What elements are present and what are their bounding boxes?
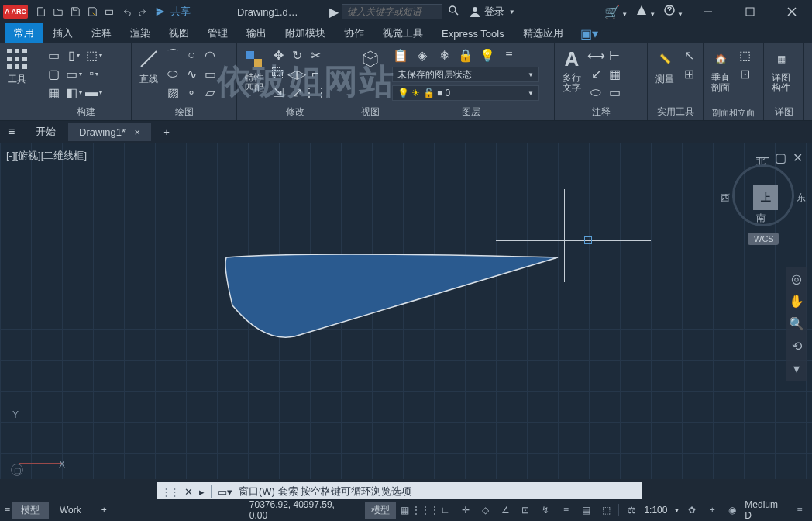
login-button[interactable]: 登录 ▼ <box>469 5 515 19</box>
hatch-icon[interactable]: ▨ <box>164 84 181 101</box>
polyline-icon[interactable]: ⌒ <box>164 47 181 64</box>
wcs-badge[interactable]: WCS <box>748 233 779 245</box>
workspace-icon[interactable]: + <box>704 502 720 518</box>
dim-icon[interactable]: ⊢ <box>606 47 623 64</box>
viewcube-top-face[interactable]: 上 <box>753 185 778 210</box>
leader-icon[interactable]: ↙ <box>587 65 604 82</box>
point-icon[interactable]: ∘ <box>183 84 200 101</box>
ribbon-tab-visual[interactable]: 视觉工具 <box>373 23 432 43</box>
tpy-toggle-icon[interactable]: ▤ <box>578 502 594 518</box>
dyn-toggle-icon[interactable]: ↯ <box>538 502 553 518</box>
status-menu-icon[interactable]: ≡ <box>5 505 10 516</box>
line-button[interactable]: 直线 <box>136 47 161 86</box>
view-button[interactable] <box>358 47 383 71</box>
stretch-icon[interactable]: ⇲ <box>270 84 287 101</box>
copy-icon[interactable]: ⿻ <box>270 65 287 82</box>
osnap-toggle-icon[interactable]: ∠ <box>497 502 513 518</box>
doc-menu-icon[interactable]: ≡ <box>8 125 23 139</box>
iso-toggle-icon[interactable]: ◇ <box>478 502 494 518</box>
select-icon[interactable]: ↖ <box>680 47 697 64</box>
doc-tab-new[interactable]: + <box>153 123 181 141</box>
section2-icon[interactable]: ⊡ <box>736 65 753 82</box>
ribbon-tab-addins[interactable]: 附加模块 <box>276 23 335 43</box>
viewcube[interactable]: 北 西 上 东 南 WCS <box>728 158 798 243</box>
close-button[interactable] <box>775 1 809 22</box>
qat-undo-icon[interactable] <box>118 3 135 20</box>
ann-mon-icon[interactable]: ◉ <box>724 502 740 518</box>
spline-icon[interactable]: ∿ <box>183 65 200 82</box>
circle-icon[interactable]: ○ <box>183 47 200 64</box>
polar-toggle-icon[interactable]: ✛ <box>458 502 473 518</box>
cmd-grip-icon[interactable]: ⋮⋮ <box>161 486 178 498</box>
ribbon-tab-collab[interactable]: 协作 <box>335 23 373 43</box>
window-icon[interactable]: ▭▾ <box>65 65 82 82</box>
table-icon[interactable]: ▦ <box>606 65 623 82</box>
roof-icon[interactable]: ◧▾ <box>65 84 82 101</box>
qat-plot-icon[interactable] <box>101 3 118 20</box>
region-icon[interactable]: ▱ <box>201 84 218 101</box>
minimize-button[interactable] <box>691 1 725 22</box>
section-button[interactable]: 🏠垂直 剖面 <box>708 47 733 93</box>
layer-iso-icon[interactable]: ◈ <box>414 47 431 64</box>
layer-freeze-icon[interactable]: ❄ <box>435 47 452 64</box>
array-icon[interactable]: ⋮⋮ <box>307 84 324 101</box>
ribbon-tab-insert[interactable]: 插入 <box>43 23 82 43</box>
scale-icon[interactable]: ⚖ <box>624 502 639 518</box>
ribbon-tab-featured[interactable]: 精选应用 <box>514 23 573 43</box>
command-line[interactable]: ⋮⋮ ✕ ▸ ▭▾ 窗口(W) 套索 按空格键可循环浏览选项 <box>157 482 642 501</box>
nav-more-icon[interactable]: ▾ <box>793 361 800 376</box>
ribbon-more-icon[interactable]: ▣▾ <box>580 26 598 41</box>
nav-pan-icon[interactable]: ✋ <box>789 294 804 309</box>
status-model-space[interactable]: 模型 <box>365 502 396 519</box>
ribbon-tab-render[interactable]: 渲染 <box>121 23 160 43</box>
visual-style-dd[interactable]: Medium D <box>745 499 787 521</box>
mtext-button[interactable]: A多行 文字 <box>559 47 584 93</box>
ribbon-tab-annotate[interactable]: 注释 <box>82 23 121 43</box>
ribbon-tab-express[interactable]: Express Tools <box>432 25 514 43</box>
snap-toggle-icon[interactable]: ⋮⋮⋮ <box>418 502 433 518</box>
trim-icon[interactable]: ✂ <box>307 47 324 64</box>
cmd-recent-icon[interactable]: ▭▾ <box>218 486 232 498</box>
layer-prop-icon[interactable]: 📋 <box>392 47 409 64</box>
doc-tab-start[interactable]: 开始 <box>25 122 67 142</box>
nav-orbit-icon[interactable]: ⟲ <box>792 339 802 354</box>
search-icon[interactable] <box>447 4 459 19</box>
dim-linear-icon[interactable]: ⟷ <box>587 47 604 64</box>
customize-status-icon[interactable]: ≡ <box>792 502 807 518</box>
qat-saveas-icon[interactable] <box>84 3 101 20</box>
tab-work[interactable]: Work <box>50 502 91 518</box>
cmd-customize-icon[interactable]: ▸ <box>199 486 205 498</box>
autodesk-icon[interactable]: ▼ <box>635 4 655 19</box>
layer-off-icon[interactable]: 💡 <box>479 47 496 64</box>
share-icon[interactable] <box>152 3 169 20</box>
wall-icon[interactable]: ▭ <box>45 47 62 64</box>
ellipse-icon[interactable]: ⬭ <box>164 65 181 82</box>
tools-palette-button[interactable]: 工具 <box>5 47 29 86</box>
otrack-toggle-icon[interactable]: ⊡ <box>518 502 533 518</box>
ribbon-tab-view[interactable]: 视图 <box>160 23 198 43</box>
box-icon[interactable]: ▢ <box>45 65 62 82</box>
viewport-label[interactable]: [-][俯视][二维线框] <box>6 149 87 163</box>
move-icon[interactable]: ✥ <box>270 47 287 64</box>
elev-icon[interactable]: ⬚ <box>736 47 753 64</box>
cart-icon[interactable]: 🛒▼ <box>604 5 628 19</box>
grid-icon[interactable]: ▦ <box>45 84 62 101</box>
layer-lock-icon[interactable]: 🔒 <box>457 47 474 64</box>
qp-toggle-icon[interactable]: ⬚ <box>598 502 614 518</box>
ribbon-tab-home[interactable]: 常用 <box>5 23 43 43</box>
measure-button[interactable]: 📏测量 <box>652 47 677 86</box>
grid-toggle-icon[interactable]: ▦ <box>397 502 413 518</box>
annotation-scale[interactable]: 1:100 <box>644 505 667 516</box>
mirror-icon[interactable]: ◁▷ <box>288 65 305 82</box>
help-icon[interactable]: ▼ <box>663 4 683 19</box>
rect-icon[interactable]: ▭ <box>201 65 218 82</box>
search-play-icon[interactable]: ▶ <box>329 5 339 19</box>
rotate-icon[interactable]: ↻ <box>288 47 305 64</box>
arc-icon[interactable]: ◠ <box>201 47 218 64</box>
fillet-icon[interactable]: ⌐ <box>307 65 324 82</box>
detail-button[interactable]: ▦详图 构件 <box>769 47 793 93</box>
cmd-close-icon[interactable]: ✕ <box>184 486 193 498</box>
beam-icon[interactable]: ▬▾ <box>85 84 102 101</box>
nav-zoom-icon[interactable]: 🔍 <box>789 316 804 331</box>
layer-state-dropdown[interactable]: 未保存的图层状态▼ <box>392 67 539 82</box>
